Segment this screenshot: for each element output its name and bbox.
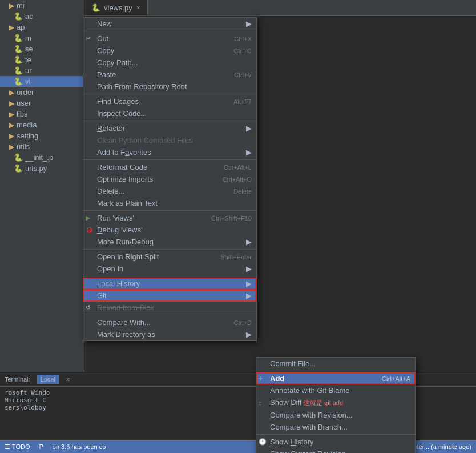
local-tab[interactable]: Local — [37, 375, 59, 384]
menu-label: Compare with Revision... — [270, 411, 410, 419]
cut-icon: ✂ — [86, 35, 91, 42]
sidebar-item-order[interactable]: ▶ order — [0, 87, 84, 98]
menu-label: Reload from Disk — [97, 303, 252, 312]
sidebar-item-ur[interactable]: 🐍 ur — [0, 65, 84, 76]
git-menu-item-commit-file[interactable]: Commit File... — [256, 358, 415, 370]
menu-item-add-to-favorites[interactable]: Add to Favorites ▶ — [83, 146, 256, 158]
menu-item-clean-python: Clean Python Compiled Files — [83, 134, 256, 146]
close-icon[interactable]: ✕ — [136, 5, 140, 11]
sidebar-item-user[interactable]: ▶ user — [0, 98, 84, 109]
menu-label: Run 'views' — [97, 214, 197, 222]
submenu-arrow-icon: ▶ — [246, 291, 252, 300]
menu-label: Local History — [97, 279, 241, 288]
git-menu-item-annotate[interactable]: Annotate with Git Blame — [256, 384, 415, 396]
shortcut-label: Alt+F7 — [233, 98, 252, 105]
menu-item-inspect-code[interactable]: Inspect Code... — [83, 107, 256, 119]
sidebar-item-setting[interactable]: ▶ setting — [0, 130, 84, 141]
sidebar-label: ac — [25, 12, 33, 21]
git-menu-item-show-current-revision[interactable]: Show Current Revision — [256, 448, 415, 453]
menu-item-copy-path[interactable]: Copy Path... — [83, 57, 256, 69]
menu-item-git[interactable]: Git ▶ — [83, 290, 256, 302]
menu-label: Copy Path... — [97, 58, 252, 67]
folder-icon: ▶ — [9, 23, 14, 31]
git-submenu: Commit File... + Add Ctrl+Alt+A Annotate… — [256, 357, 416, 453]
submenu-arrow-icon: ▶ — [246, 19, 252, 28]
sidebar-item-se[interactable]: 🐍 se — [0, 43, 84, 54]
history-icon: 🕐 — [259, 438, 267, 446]
shortcut-label: Ctrl+D — [234, 319, 252, 326]
sidebar-item-te[interactable]: 🐍 te — [0, 54, 84, 65]
status-p[interactable]: P — [39, 443, 43, 450]
menu-item-debug-views[interactable]: 🐞 Debug 'views' — [83, 224, 256, 236]
menu-separator — [83, 31, 256, 31]
menu-label: Optimize Imports — [97, 175, 209, 183]
menu-item-optimize-imports[interactable]: Optimize Imports Ctrl+Alt+O — [83, 173, 256, 185]
git-menu-item-compare-branch[interactable]: Compare with Branch... — [256, 421, 415, 433]
close-tab-icon[interactable]: ✕ — [66, 376, 70, 383]
menu-item-mark-plain[interactable]: Mark as Plain Text — [83, 197, 256, 209]
menu-label: Mark as Plain Text — [97, 199, 252, 207]
menu-item-cut[interactable]: ✂ Cut Ctrl+X — [83, 33, 256, 45]
submenu-arrow-icon: ▶ — [246, 238, 252, 246]
menu-separator — [256, 371, 415, 371]
menu-item-run-views[interactable]: ▶ Run 'views' Ctrl+Shift+F10 — [83, 212, 256, 224]
menu-label: Mark Directory as — [97, 330, 241, 339]
menu-label: Add — [270, 374, 368, 383]
menu-item-paste[interactable]: Paste Ctrl+V — [83, 69, 256, 81]
sidebar-item-utils[interactable]: ▶ utils — [0, 141, 84, 152]
sidebar-item-init[interactable]: 🐍 __init_.p — [0, 152, 84, 163]
sidebar-item-mi[interactable]: ▶ mi — [0, 0, 84, 11]
sidebar-item-ac[interactable]: 🐍 ac — [0, 11, 84, 22]
menu-item-mark-directory-as[interactable]: Mark Directory as ▶ — [83, 328, 256, 340]
shortcut-label: Delete — [233, 188, 252, 195]
sidebar-item-m[interactable]: 🐍 m — [0, 33, 84, 43]
git-menu-item-add[interactable]: + Add Ctrl+Alt+A — [256, 372, 415, 384]
folder-icon: ▶ — [9, 99, 14, 107]
shortcut-label: Ctrl+X — [234, 35, 252, 42]
menu-label: More Run/Debug — [97, 238, 241, 246]
menu-item-delete[interactable]: Delete... Delete — [83, 185, 256, 197]
menu-item-compare-with[interactable]: Compare With... Ctrl+D — [83, 316, 256, 328]
submenu-arrow-icon: ▶ — [246, 124, 252, 133]
tab-bar: 🐍 views.py ✕ — [84, 0, 476, 16]
git-menu-item-compare-revision[interactable]: Compare with Revision... — [256, 409, 415, 421]
menu-label: Git — [97, 291, 241, 300]
menu-item-open-right-split[interactable]: Open in Right Split Shift+Enter — [83, 251, 256, 263]
menu-item-refactor[interactable]: Refactor ▶ — [83, 122, 256, 134]
shortcut-label: Shift+Enter — [220, 254, 252, 260]
menu-item-copy[interactable]: Copy Ctrl+C — [83, 45, 256, 57]
menu-separator — [83, 121, 256, 121]
python-icon: 🐍 — [14, 55, 23, 64]
sidebar-item-vi[interactable]: 🐍 vi — [0, 76, 84, 87]
menu-separator — [83, 276, 256, 276]
menu-item-new[interactable]: New ▶ — [83, 18, 256, 30]
menu-item-path-from-repo[interactable]: Path From Repository Root — [83, 81, 256, 93]
menu-label: Copy — [97, 46, 220, 55]
menu-label: Clean Python Compiled Files — [97, 136, 252, 145]
sidebar-item-media[interactable]: ▶ media — [0, 119, 84, 130]
menu-label: Delete... — [97, 187, 220, 195]
git-menu-item-show-diff[interactable]: ↕ Show Diff 这就是 git add — [256, 396, 415, 409]
sidebar-item-ap[interactable]: ▶ ap — [0, 22, 84, 33]
sidebar-item-urls[interactable]: 🐍 urls.py — [0, 163, 84, 174]
python-icon: 🐍 — [14, 164, 23, 173]
menu-label: Cut — [97, 34, 220, 43]
shortcut-label: Ctrl+V — [234, 71, 252, 78]
sidebar-item-libs[interactable]: ▶ libs — [0, 109, 84, 119]
menu-item-more-run-debug[interactable]: More Run/Debug ▶ — [83, 236, 256, 248]
menu-item-local-history[interactable]: Local History ▶ — [83, 278, 256, 290]
tab-views-py[interactable]: 🐍 views.py ✕ — [84, 0, 148, 15]
tab-label: views.py — [104, 3, 132, 12]
git-menu-item-show-history[interactable]: 🕐 Show History — [256, 436, 415, 448]
menu-separator — [83, 249, 256, 250]
menu-item-reload-from-disk[interactable]: ↺ Reload from Disk — [83, 302, 256, 314]
menu-item-open-in[interactable]: Open In ▶ — [83, 263, 256, 275]
sidebar-label: te — [25, 55, 31, 64]
sidebar-label: vi — [25, 77, 30, 86]
status-todo[interactable]: ☰ TODO — [5, 443, 30, 451]
sidebar-label: utils — [17, 142, 30, 151]
menu-label: Show Current Revision — [270, 450, 410, 453]
menu-item-find-usages[interactable]: Find Usages Alt+F7 — [83, 95, 256, 107]
folder-icon: ▶ — [9, 110, 14, 118]
menu-item-reformat[interactable]: Reformat Code Ctrl+Alt+L — [83, 161, 256, 173]
